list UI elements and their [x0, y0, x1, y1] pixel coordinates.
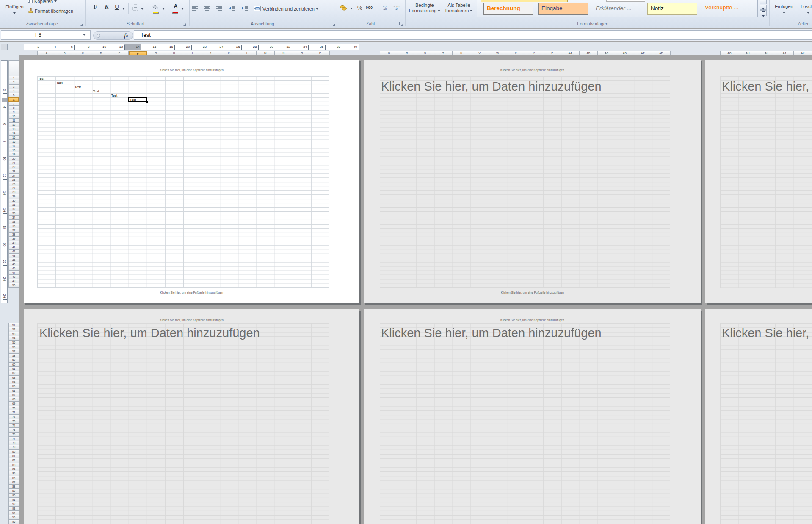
- row-header-24[interactable]: 24: [8, 174, 19, 178]
- row-header-52[interactable]: 52: [8, 327, 19, 332]
- column-header-V[interactable]: V: [470, 51, 489, 55]
- row-header-29[interactable]: 29: [8, 194, 19, 199]
- column-header-J[interactable]: J: [202, 51, 220, 55]
- cell-C3[interactable]: Test: [74, 85, 81, 89]
- column-header-G[interactable]: G: [147, 51, 166, 55]
- row-header-93[interactable]: 93: [8, 507, 19, 511]
- row-header-6[interactable]: 6: [8, 97, 19, 102]
- row-header-64[interactable]: 64: [8, 380, 19, 384]
- row-header-82[interactable]: 82: [8, 458, 19, 463]
- row-header-79[interactable]: 79: [8, 445, 19, 449]
- row-header-13[interactable]: 13: [8, 127, 19, 131]
- style-gallery-clipped-cell[interactable]: [481, 0, 568, 2]
- underline-chevron-icon[interactable]: [122, 8, 125, 11]
- row-header-91[interactable]: 91: [8, 498, 19, 502]
- row-header-58[interactable]: 58: [8, 354, 19, 358]
- header-placeholder[interactable]: Klicken Sie hier, um eine Kopfzeile hinz…: [364, 319, 701, 322]
- row-header-53[interactable]: 53: [8, 332, 19, 336]
- row-header-65[interactable]: 65: [8, 384, 19, 388]
- page-5[interactable]: Klicken Sie hier, um eine Kopfzeile hinz…: [364, 309, 701, 524]
- clipboard-dialog-launcher[interactable]: [79, 22, 83, 26]
- row-header-34[interactable]: 34: [8, 216, 19, 220]
- row-header-38[interactable]: 38: [8, 233, 19, 237]
- column-header-M[interactable]: M: [257, 51, 275, 55]
- row-header-32[interactable]: 32: [8, 207, 19, 211]
- row-header-21[interactable]: 21: [8, 161, 19, 165]
- sheet-grid[interactable]: [720, 323, 812, 524]
- add-data-placeholder[interactable]: Klicken Sie hier, um Daten hinzuzufügen: [722, 80, 812, 94]
- row-header-11[interactable]: 11: [8, 119, 19, 123]
- row-header-19[interactable]: 19: [8, 152, 19, 157]
- row-header-33[interactable]: 33: [8, 211, 19, 216]
- row-header-74[interactable]: 74: [8, 424, 19, 428]
- row-header-49[interactable]: 49: [8, 279, 19, 283]
- borders-button[interactable]: [132, 4, 138, 12]
- column-header-AJ[interactable]: AJ: [775, 51, 794, 55]
- column-header-Y[interactable]: Y: [525, 51, 543, 55]
- fill-handle[interactable]: [146, 101, 148, 103]
- font-color-button[interactable]: A: [172, 3, 180, 14]
- formula-input[interactable]: Test: [134, 30, 812, 40]
- row-header-84[interactable]: 84: [8, 467, 19, 471]
- increase-decimal-button[interactable]: ←,0 ,00: [381, 5, 389, 10]
- bold-button[interactable]: F: [91, 4, 100, 13]
- column-header-AB[interactable]: AB: [580, 51, 598, 55]
- row-header-66[interactable]: 66: [8, 389, 19, 393]
- row-header-8[interactable]: 8: [8, 106, 19, 110]
- add-data-placeholder[interactable]: Klicken Sie hier, um Daten hinzuzufügen: [39, 326, 260, 340]
- format-painter-button[interactable]: Format übertragen: [28, 8, 73, 14]
- row-header-20[interactable]: 20: [8, 157, 19, 161]
- delete-cells-button[interactable]: Lösche: [798, 4, 812, 15]
- row-header-62[interactable]: 62: [8, 371, 19, 375]
- italic-button[interactable]: K: [102, 4, 111, 13]
- cell-D4[interactable]: Test: [92, 89, 99, 93]
- row-header-45[interactable]: 45: [8, 262, 19, 266]
- row-header-26[interactable]: 26: [8, 182, 19, 186]
- row-header-39[interactable]: 39: [8, 237, 19, 241]
- header-placeholder[interactable]: Klicken Sie hier, um eine Kopfzeile hinz…: [24, 69, 359, 72]
- row-header-70[interactable]: 70: [8, 406, 19, 410]
- column-header-P[interactable]: P: [311, 51, 330, 55]
- page-1-active[interactable]: Klicken Sie hier, um eine Kopfzeile hinz…: [24, 60, 359, 303]
- row-header-36[interactable]: 36: [8, 224, 19, 228]
- row-header-35[interactable]: 35: [8, 220, 19, 224]
- decrease-indent-button[interactable]: [229, 5, 236, 13]
- row-header-2[interactable]: 2: [8, 80, 19, 85]
- align-left-button[interactable]: [192, 5, 199, 13]
- row-header-10[interactable]: 10: [8, 114, 19, 119]
- number-format-chevron-icon[interactable]: [350, 8, 353, 11]
- style-verknüpfte[interactable]: Verknüpfte ...: [702, 3, 756, 14]
- row-header-76[interactable]: 76: [8, 433, 19, 437]
- row-header-28[interactable]: 28: [8, 190, 19, 194]
- row-header-51[interactable]: 51: [8, 323, 19, 327]
- style-erklärender[interactable]: Erklärender ...: [593, 3, 643, 15]
- row-header-18[interactable]: 18: [8, 148, 19, 152]
- row-header-47[interactable]: 47: [8, 271, 19, 275]
- style-notiz[interactable]: Notiz: [647, 3, 697, 15]
- paste-button[interactable]: Einfügen: [3, 4, 26, 15]
- row-header-25[interactable]: 25: [8, 178, 19, 182]
- row-header-59[interactable]: 59: [8, 358, 19, 362]
- row-header-30[interactable]: 30: [8, 199, 19, 203]
- column-header-O[interactable]: O: [293, 51, 312, 55]
- row-header-57[interactable]: 57: [8, 349, 19, 354]
- row-header-67[interactable]: 67: [8, 393, 19, 397]
- row-header-68[interactable]: 68: [8, 397, 19, 402]
- row-header-1[interactable]: 1: [8, 76, 19, 80]
- page-2[interactable]: Klicken Sie hier, um eine Kopfzeile hinz…: [364, 60, 701, 303]
- row-header-9[interactable]: 9: [8, 110, 19, 114]
- row-header-83[interactable]: 83: [8, 463, 19, 467]
- decrease-decimal-button[interactable]: →,00 ,0: [392, 5, 400, 10]
- row-header-37[interactable]: 37: [8, 228, 19, 233]
- number-dialog-launcher[interactable]: [399, 22, 403, 26]
- column-header-I[interactable]: I: [183, 51, 202, 55]
- font-color-chevron-icon[interactable]: [181, 8, 184, 11]
- column-header-AG[interactable]: AG: [720, 51, 739, 55]
- column-header-L[interactable]: L: [238, 51, 257, 55]
- alignment-dialog-launcher[interactable]: [331, 22, 335, 26]
- column-header-F[interactable]: F: [129, 51, 147, 55]
- row-header-92[interactable]: 92: [8, 502, 19, 506]
- column-header-AF[interactable]: AF: [652, 51, 670, 55]
- column-header-AE[interactable]: AE: [634, 51, 652, 55]
- row-header-89[interactable]: 89: [8, 489, 19, 493]
